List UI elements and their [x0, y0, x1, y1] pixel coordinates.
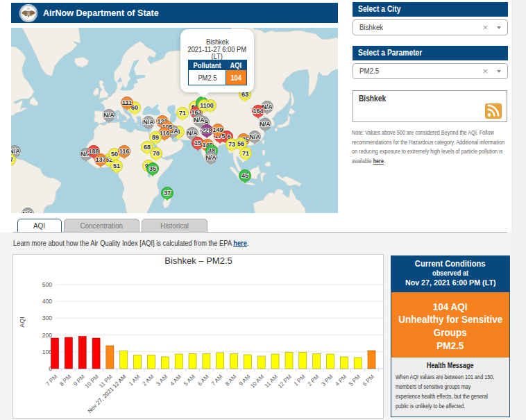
svg-text:400: 400	[42, 298, 53, 305]
svg-text:4 AM: 4 AM	[169, 373, 183, 387]
svg-text:5 PM: 5 PM	[348, 373, 362, 387]
svg-text:5 AM: 5 AM	[183, 373, 196, 387]
svg-text:7 AM: 7 AM	[210, 373, 224, 387]
svg-text:10 AM: 10 AM	[249, 373, 265, 389]
svg-text:2 PM: 2 PM	[307, 373, 321, 387]
svg-text:57: 57	[11, 156, 13, 163]
svg-text:6 AM: 6 AM	[196, 373, 210, 387]
svg-text:188: 188	[88, 148, 99, 155]
svg-text:8 AM: 8 AM	[224, 373, 238, 387]
svg-text:2 AM: 2 AM	[142, 373, 155, 387]
svg-text:111: 111	[122, 99, 132, 106]
svg-text:116: 116	[119, 148, 130, 155]
svg-text:12 PM: 12 PM	[277, 373, 293, 389]
svg-text:N/A: N/A	[187, 130, 198, 137]
svg-text:1100: 1100	[200, 102, 214, 109]
svg-text:10 PM: 10 PM	[84, 373, 100, 389]
svg-text:71: 71	[242, 150, 249, 157]
svg-text:N/A: N/A	[22, 210, 33, 213]
svg-text:37: 37	[164, 190, 171, 196]
svg-text:1 AM: 1 AM	[128, 373, 142, 387]
svg-text:73: 73	[228, 141, 235, 148]
svg-text:164: 164	[253, 108, 263, 115]
svg-text:228: 228	[201, 127, 212, 134]
svg-text:8 PM: 8 PM	[58, 373, 72, 387]
svg-text:15: 15	[194, 140, 201, 146]
svg-text:3 AM: 3 AM	[155, 373, 169, 387]
svg-text:7 PM: 7 PM	[45, 373, 59, 387]
svg-text:137: 137	[95, 156, 105, 163]
svg-text:45: 45	[241, 172, 248, 179]
svg-text:4 PM: 4 PM	[334, 373, 348, 387]
svg-text:51: 51	[113, 162, 120, 169]
svg-text:N/A: N/A	[205, 154, 217, 161]
svg-text:11 AM: 11 AM	[264, 373, 279, 389]
svg-text:6 PM: 6 PM	[362, 373, 375, 387]
svg-text:N/A: N/A	[194, 117, 205, 124]
svg-text:149: 149	[212, 126, 223, 133]
svg-text:71: 71	[179, 110, 186, 117]
svg-text:70: 70	[153, 150, 160, 157]
svg-text:N/A: N/A	[103, 112, 114, 119]
svg-text:500: 500	[42, 281, 53, 288]
svg-text:N/A: N/A	[143, 119, 154, 126]
svg-text:50: 50	[111, 151, 118, 158]
svg-text:200: 200	[42, 332, 53, 339]
svg-text:AQI: AQI	[19, 317, 26, 328]
svg-text:3 PM: 3 PM	[321, 373, 334, 387]
svg-text:100: 100	[42, 348, 53, 355]
svg-text:N/A: N/A	[260, 121, 271, 128]
svg-text:N/A: N/A	[11, 148, 20, 155]
svg-text:Bishkek – PM2.5: Bishkek – PM2.5	[164, 255, 232, 266]
svg-text:89: 89	[152, 134, 159, 141]
svg-text:300: 300	[42, 314, 53, 321]
svg-text:1 PM: 1 PM	[293, 373, 307, 387]
svg-text:35: 35	[149, 165, 156, 172]
svg-text:N/A: N/A	[249, 133, 260, 140]
svg-text:68: 68	[144, 144, 151, 151]
svg-text:56: 56	[237, 140, 244, 147]
